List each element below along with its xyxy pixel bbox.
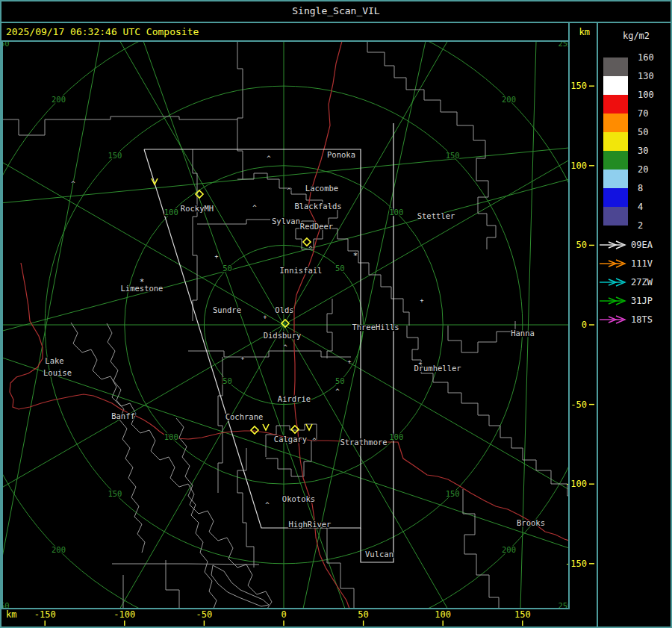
radar-id-label: 18TS [631, 314, 653, 325]
city-marker-star: * [353, 251, 358, 261]
city-label: Blackfalds [294, 202, 341, 211]
ring-distance-label: 150 [446, 489, 460, 498]
city-marker-caret: ^ [283, 343, 287, 351]
ring-distance-label: 100 [389, 208, 403, 217]
y-axis-tick-label: 0 [582, 320, 587, 330]
city-label: Innisfail [280, 266, 323, 275]
legend-value: 50 [638, 127, 648, 137]
city-label: Sylvan [272, 217, 300, 226]
city-marker-caret: ^ [267, 155, 271, 162]
city-label: HighRiver [289, 520, 332, 529]
ring-distance-label: 50 [223, 376, 232, 385]
legend-swatch [603, 188, 628, 207]
timestamp-label: 2025/09/17 06:32:46 UTC Composite [6, 26, 199, 37]
ring-distance-label: 200 [52, 95, 66, 104]
legend-value: 70 [638, 108, 648, 119]
legend-swatch [603, 151, 628, 170]
ring-distance-label: 100 [389, 432, 403, 441]
legend-swatch [603, 76, 628, 95]
city-marker-star: * [140, 277, 145, 287]
ring-distance-label: 100 [164, 208, 178, 217]
window-background [0, 0, 672, 628]
ring-distance-label: 50 [335, 264, 345, 273]
city-marker-cross: + [241, 355, 245, 361]
ring-distance-label: 150 [108, 489, 122, 498]
legend-swatch [603, 114, 628, 132]
legend-value: 160 [638, 52, 654, 63]
y-axis-tick-label: 150 [570, 81, 587, 91]
x-axis-tick-label: 100 [435, 609, 451, 620]
radar-id-label: 31JP [631, 296, 653, 306]
city-label: Okotoks [282, 494, 315, 503]
legend-swatch [603, 207, 628, 226]
city-label: Vulcan [365, 550, 393, 559]
city-marker-cross: + [215, 253, 219, 260]
city-marker-caret: ^ [71, 180, 75, 187]
legend-value: 8 [638, 183, 643, 193]
city-marker-caret: ^ [308, 245, 313, 252]
x-axis-tick-label: 50 [358, 609, 368, 620]
x-axis-tick-label: -150 [34, 609, 56, 620]
city-label: Didsbury [264, 331, 302, 340]
city-label: Banff [111, 411, 135, 420]
x-axis-tick-label: 150 [514, 609, 531, 620]
city-label: Airdrie [278, 394, 311, 403]
ring-distance-label: 100 [164, 432, 178, 441]
ring-distance-label: 200 [52, 545, 66, 554]
y-axis-tick-label: 100 [570, 161, 587, 171]
city-label: Strathmore [340, 438, 387, 447]
x-axis-tick-label: -50 [196, 609, 213, 620]
city-marker-caret: ^ [312, 437, 317, 444]
legend-swatch [603, 57, 628, 76]
y-axis-tick-label: 50 [576, 240, 587, 250]
legend-value: 100 [638, 90, 654, 100]
radar-viewer-window: Single_Scan_VIL 2025/09/17 06:32:46 UTC … [0, 0, 672, 628]
ring-distance-label: 200 [502, 545, 516, 554]
ring-distance-label: 150 [446, 151, 460, 160]
right-axis-unit-label: km [579, 27, 590, 37]
city-label: Calgary [274, 435, 307, 444]
y-axis-tick-label: -50 [570, 400, 587, 410]
city-marker-caret: ^ [287, 187, 291, 194]
city-label: Brooks [517, 518, 545, 527]
city-label: Cochrane [225, 412, 264, 421]
window-title: Single_Scan_VIL [292, 5, 380, 16]
city-label: Lacombe [305, 184, 338, 193]
city-marker-caret: ^ [265, 501, 270, 509]
city-label: Sundre [213, 305, 241, 314]
city-label: Ponoka [327, 150, 355, 159]
city-marker-cross: + [420, 297, 424, 304]
legend-value: 4 [638, 202, 643, 212]
city-label: ThreeHills [352, 323, 399, 332]
legend-value: 2 [638, 220, 643, 231]
radar-id-label: 111V [631, 258, 653, 269]
radar-id-label: 27ZW [631, 277, 653, 287]
city-label: Stettler [417, 211, 455, 220]
city-label: Louise [43, 368, 72, 377]
radar-id-label: 09EA [631, 240, 653, 250]
ring-distance-label: 200 [502, 95, 516, 104]
legend-unit-label: kg/m2 [623, 31, 650, 41]
legend-value: 130 [638, 71, 654, 81]
legend-value: 30 [638, 146, 648, 156]
ring-distance-label: 50 [335, 376, 345, 385]
legend-value: 20 [638, 164, 648, 175]
bottom-axis-unit-label: km [6, 609, 16, 620]
city-marker-caret: ^ [252, 204, 257, 211]
city-marker-cross: + [419, 360, 423, 367]
city-label: Olds [275, 305, 293, 314]
ring-distance-label: 50 [223, 264, 232, 273]
x-axis-tick-label: 0 [281, 609, 286, 620]
ring-distance-label: 150 [108, 151, 122, 160]
x-axis-tick-label: -100 [113, 609, 135, 620]
legend-swatch [603, 132, 628, 151]
title-bar: Single_Scan_VIL [292, 5, 380, 16]
city-marker-cross: + [264, 314, 267, 320]
legend-swatch [603, 170, 628, 188]
city-marker-caret: ^ [335, 388, 340, 395]
city-label: Lake [45, 356, 63, 365]
city-marker-cross: + [348, 358, 352, 365]
city-label: RockyMH [181, 204, 214, 213]
city-label: RedDeer [300, 222, 333, 231]
city-label: Hanna [511, 329, 535, 338]
